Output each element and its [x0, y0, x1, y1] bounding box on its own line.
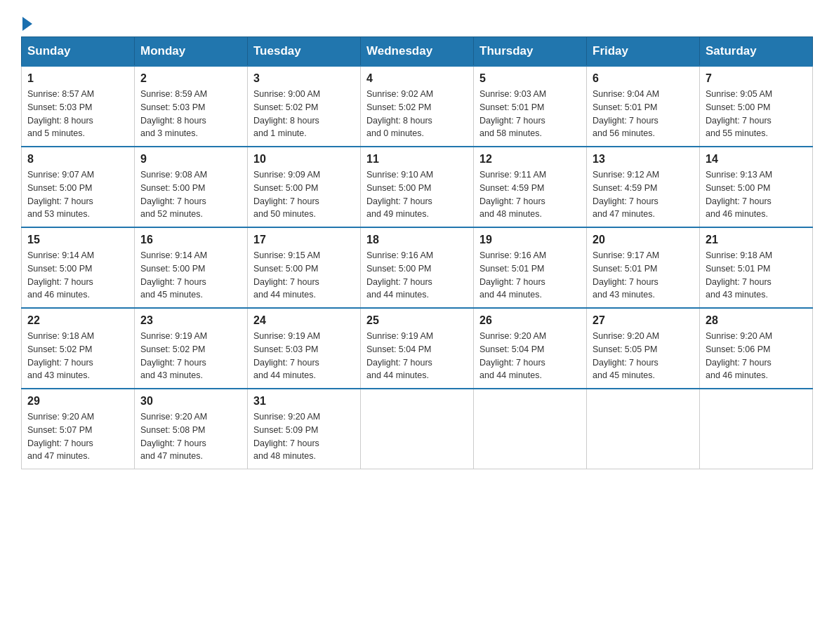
- day-info: Sunrise: 9:19 AMSunset: 5:02 PMDaylight:…: [140, 330, 241, 382]
- day-number: 16: [140, 234, 241, 246]
- day-number: 29: [27, 395, 128, 408]
- day-info: Sunrise: 9:11 AMSunset: 4:59 PMDaylight:…: [479, 168, 581, 221]
- day-info: Sunrise: 9:20 AMSunset: 5:08 PMDaylight:…: [140, 410, 241, 463]
- day-info: Sunrise: 9:20 AMSunset: 5:05 PMDaylight:…: [593, 330, 694, 382]
- week-row-1: 1Sunrise: 8:57 AMSunset: 5:03 PMDaylight…: [22, 66, 813, 147]
- week-row-4: 22Sunrise: 9:18 AMSunset: 5:02 PMDayligh…: [22, 308, 813, 389]
- day-cell: 29Sunrise: 9:20 AMSunset: 5:07 PMDayligh…: [22, 389, 135, 469]
- day-info: Sunrise: 8:57 AMSunset: 5:03 PMDaylight:…: [27, 88, 128, 140]
- day-number: 27: [593, 314, 694, 327]
- day-number: 19: [479, 234, 581, 246]
- day-number: 21: [706, 234, 807, 246]
- day-info: Sunrise: 9:10 AMSunset: 5:00 PMDaylight:…: [366, 168, 468, 221]
- day-number: 12: [479, 153, 581, 166]
- day-number: 10: [253, 153, 355, 166]
- day-info: Sunrise: 9:16 AMSunset: 5:00 PMDaylight:…: [366, 249, 468, 302]
- day-number: 3: [253, 72, 355, 85]
- day-cell: [361, 389, 474, 469]
- day-info: Sunrise: 9:09 AMSunset: 5:00 PMDaylight:…: [253, 168, 355, 221]
- day-info: Sunrise: 9:03 AMSunset: 5:01 PMDaylight:…: [479, 88, 581, 140]
- day-cell: 19Sunrise: 9:16 AMSunset: 5:01 PMDayligh…: [474, 227, 587, 308]
- day-info: Sunrise: 9:12 AMSunset: 4:59 PMDaylight:…: [593, 168, 694, 221]
- day-number: 2: [140, 72, 241, 85]
- day-cell: 30Sunrise: 9:20 AMSunset: 5:08 PMDayligh…: [135, 389, 248, 469]
- day-cell: 21Sunrise: 9:18 AMSunset: 5:01 PMDayligh…: [700, 227, 813, 308]
- day-info: Sunrise: 9:20 AMSunset: 5:04 PMDaylight:…: [479, 330, 581, 382]
- day-cell: 16Sunrise: 9:14 AMSunset: 5:00 PMDayligh…: [135, 227, 248, 308]
- day-cell: 24Sunrise: 9:19 AMSunset: 5:03 PMDayligh…: [248, 308, 361, 389]
- day-info: Sunrise: 9:19 AMSunset: 5:03 PMDaylight:…: [253, 330, 355, 382]
- day-cell: 10Sunrise: 9:09 AMSunset: 5:00 PMDayligh…: [248, 147, 361, 227]
- day-info: Sunrise: 8:59 AMSunset: 5:03 PMDaylight:…: [140, 88, 241, 140]
- day-cell: 18Sunrise: 9:16 AMSunset: 5:00 PMDayligh…: [361, 227, 474, 308]
- day-cell: [474, 389, 587, 469]
- week-row-5: 29Sunrise: 9:20 AMSunset: 5:07 PMDayligh…: [22, 389, 813, 469]
- day-cell: 9Sunrise: 9:08 AMSunset: 5:00 PMDaylight…: [135, 147, 248, 227]
- day-info: Sunrise: 9:05 AMSunset: 5:00 PMDaylight:…: [706, 88, 807, 140]
- day-cell: 28Sunrise: 9:20 AMSunset: 5:06 PMDayligh…: [700, 308, 813, 389]
- day-info: Sunrise: 9:14 AMSunset: 5:00 PMDaylight:…: [27, 249, 128, 302]
- day-cell: 23Sunrise: 9:19 AMSunset: 5:02 PMDayligh…: [135, 308, 248, 389]
- day-number: 18: [366, 234, 468, 246]
- day-info: Sunrise: 9:02 AMSunset: 5:02 PMDaylight:…: [366, 88, 468, 140]
- day-number: 31: [253, 395, 355, 408]
- day-info: Sunrise: 9:18 AMSunset: 5:02 PMDaylight:…: [27, 330, 128, 382]
- day-info: Sunrise: 9:17 AMSunset: 5:01 PMDaylight:…: [593, 249, 694, 302]
- day-number: 9: [140, 153, 241, 166]
- day-number: 22: [27, 314, 128, 327]
- day-cell: [587, 389, 700, 469]
- day-number: 7: [706, 72, 807, 85]
- day-number: 17: [253, 234, 355, 246]
- day-info: Sunrise: 9:19 AMSunset: 5:04 PMDaylight:…: [366, 330, 468, 382]
- column-header-saturday: Saturday: [700, 37, 813, 67]
- day-info: Sunrise: 9:18 AMSunset: 5:01 PMDaylight:…: [706, 249, 807, 302]
- day-info: Sunrise: 9:13 AMSunset: 5:00 PMDaylight:…: [706, 168, 807, 221]
- day-cell: 26Sunrise: 9:20 AMSunset: 5:04 PMDayligh…: [474, 308, 587, 389]
- day-info: Sunrise: 9:07 AMSunset: 5:00 PMDaylight:…: [27, 168, 128, 221]
- day-number: 28: [706, 314, 807, 327]
- day-number: 13: [593, 153, 694, 166]
- day-info: Sunrise: 9:20 AMSunset: 5:06 PMDaylight:…: [706, 330, 807, 382]
- day-cell: 4Sunrise: 9:02 AMSunset: 5:02 PMDaylight…: [361, 66, 474, 147]
- calendar-table: SundayMondayTuesdayWednesdayThursdayFrid…: [21, 36, 813, 469]
- day-cell: 11Sunrise: 9:10 AMSunset: 5:00 PMDayligh…: [361, 147, 474, 227]
- day-number: 24: [253, 314, 355, 327]
- day-number: 20: [593, 234, 694, 246]
- week-row-2: 8Sunrise: 9:07 AMSunset: 5:00 PMDaylight…: [22, 147, 813, 227]
- day-cell: 27Sunrise: 9:20 AMSunset: 5:05 PMDayligh…: [587, 308, 700, 389]
- week-row-3: 15Sunrise: 9:14 AMSunset: 5:00 PMDayligh…: [22, 227, 813, 308]
- day-cell: [700, 389, 813, 469]
- day-info: Sunrise: 9:16 AMSunset: 5:01 PMDaylight:…: [479, 249, 581, 302]
- column-header-monday: Monday: [135, 37, 248, 67]
- day-number: 4: [366, 72, 468, 85]
- day-cell: 20Sunrise: 9:17 AMSunset: 5:01 PMDayligh…: [587, 227, 700, 308]
- day-info: Sunrise: 9:00 AMSunset: 5:02 PMDaylight:…: [253, 88, 355, 140]
- day-number: 5: [479, 72, 581, 85]
- day-number: 8: [27, 153, 128, 166]
- day-cell: 15Sunrise: 9:14 AMSunset: 5:00 PMDayligh…: [22, 227, 135, 308]
- day-number: 1: [27, 72, 128, 85]
- day-number: 26: [479, 314, 581, 327]
- day-number: 14: [706, 153, 807, 166]
- column-header-thursday: Thursday: [474, 37, 587, 67]
- logo: [21, 14, 32, 29]
- page-header: [21, 14, 813, 29]
- day-cell: 1Sunrise: 8:57 AMSunset: 5:03 PMDaylight…: [22, 66, 135, 147]
- day-cell: 22Sunrise: 9:18 AMSunset: 5:02 PMDayligh…: [22, 308, 135, 389]
- day-cell: 8Sunrise: 9:07 AMSunset: 5:00 PMDaylight…: [22, 147, 135, 227]
- logo-arrow-icon: [22, 17, 32, 31]
- day-info: Sunrise: 9:14 AMSunset: 5:00 PMDaylight:…: [140, 249, 241, 302]
- column-header-wednesday: Wednesday: [361, 37, 474, 67]
- day-cell: 12Sunrise: 9:11 AMSunset: 4:59 PMDayligh…: [474, 147, 587, 227]
- column-header-friday: Friday: [587, 37, 700, 67]
- day-cell: 13Sunrise: 9:12 AMSunset: 4:59 PMDayligh…: [587, 147, 700, 227]
- column-header-sunday: Sunday: [22, 37, 135, 67]
- day-cell: 7Sunrise: 9:05 AMSunset: 5:00 PMDaylight…: [700, 66, 813, 147]
- day-info: Sunrise: 9:04 AMSunset: 5:01 PMDaylight:…: [593, 88, 694, 140]
- column-header-tuesday: Tuesday: [248, 37, 361, 67]
- day-cell: 2Sunrise: 8:59 AMSunset: 5:03 PMDaylight…: [135, 66, 248, 147]
- day-info: Sunrise: 9:20 AMSunset: 5:09 PMDaylight:…: [253, 410, 355, 463]
- day-cell: 25Sunrise: 9:19 AMSunset: 5:04 PMDayligh…: [361, 308, 474, 389]
- day-number: 6: [593, 72, 694, 85]
- day-number: 30: [140, 395, 241, 408]
